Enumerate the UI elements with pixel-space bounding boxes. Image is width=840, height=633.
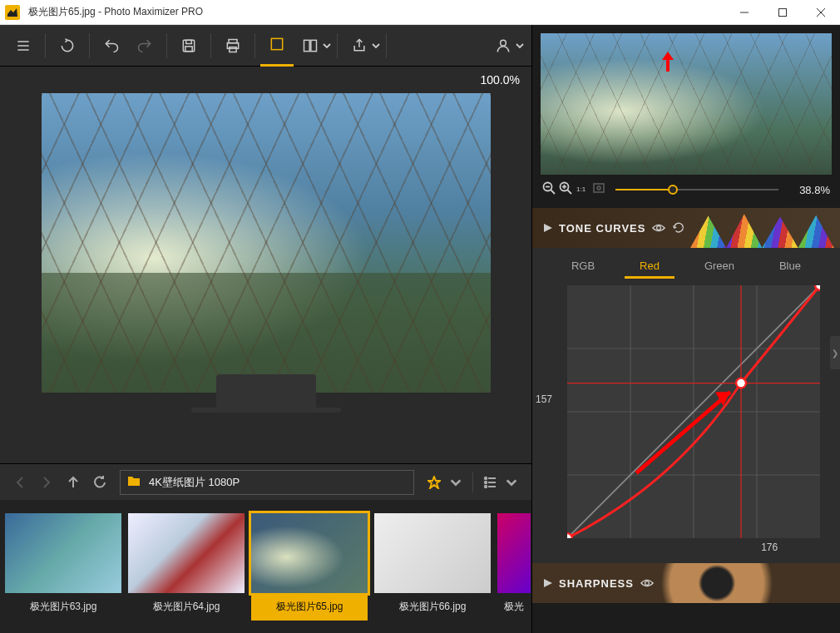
curve-y-readout: 157 bbox=[532, 393, 557, 405]
svg-point-17 bbox=[501, 40, 506, 46]
sort-dropdown[interactable] bbox=[498, 469, 525, 496]
folder-path-box[interactable]: 4K壁纸图片 1080P bbox=[120, 470, 414, 495]
panel-collapse-handle[interactable]: ❯ bbox=[830, 336, 840, 369]
svg-rect-34 bbox=[594, 184, 604, 192]
svg-rect-2 bbox=[779, 8, 787, 16]
curve-channel-blue[interactable]: Blue bbox=[779, 260, 801, 277]
reset-panel-icon[interactable] bbox=[672, 221, 685, 235]
svg-marker-19 bbox=[428, 477, 440, 488]
thumbnail[interactable]: 极光 bbox=[497, 513, 531, 621]
save-button[interactable] bbox=[172, 25, 205, 67]
thumbnail[interactable]: 极光图片66.jpg bbox=[374, 513, 491, 621]
window-titlebar: 极光图片65.jpg - Photo Maximizer PRO bbox=[0, 0, 840, 25]
single-view-button[interactable] bbox=[260, 25, 294, 67]
undo-button[interactable] bbox=[95, 25, 128, 67]
curve-x-readout: 176 bbox=[719, 542, 820, 553]
svg-marker-36 bbox=[544, 224, 552, 232]
parent-folder-button[interactable] bbox=[60, 469, 86, 496]
panel-title: SHARPNESS bbox=[559, 577, 634, 590]
collapse-icon bbox=[544, 222, 552, 235]
favorites-dropdown[interactable] bbox=[442, 469, 469, 496]
folder-label: 4K壁纸图片 1080P bbox=[149, 475, 240, 490]
sharpness-panel-header[interactable]: SHARPNESS bbox=[532, 563, 840, 603]
svg-point-49 bbox=[736, 378, 746, 388]
menu-button[interactable] bbox=[7, 25, 40, 67]
filmstrip[interactable]: 极光图片63.jpg 极光图片64.jpg 极光图片65.jpg 极光图片66.… bbox=[0, 500, 531, 633]
svg-rect-16 bbox=[311, 40, 317, 51]
window-maximize-button[interactable] bbox=[763, 0, 802, 25]
thumbnail[interactable]: 极光图片65.jpg bbox=[251, 513, 368, 621]
toggle-visibility-icon[interactable] bbox=[652, 221, 665, 235]
history-back-button[interactable] bbox=[7, 469, 33, 496]
preview-area: 100.0% bbox=[0, 67, 531, 463]
history-forward-button[interactable] bbox=[33, 469, 60, 496]
zoom-out-icon[interactable] bbox=[542, 181, 556, 198]
fit-actual-icon[interactable]: 1:1 bbox=[576, 181, 589, 198]
panel-title: TONE CURVES bbox=[559, 222, 645, 235]
thumbnail-caption: 极光图片65.jpg bbox=[251, 593, 368, 621]
svg-point-24 bbox=[485, 485, 487, 487]
account-dropdown[interactable] bbox=[515, 25, 525, 67]
thumbnail-caption: 极光图片63.jpg bbox=[5, 593, 121, 621]
svg-text:1:1: 1:1 bbox=[576, 185, 586, 193]
preview-zoom-label: 100.0% bbox=[0, 67, 531, 93]
svg-point-35 bbox=[597, 186, 600, 190]
svg-point-56 bbox=[645, 581, 650, 586]
svg-rect-14 bbox=[271, 38, 282, 49]
print-button[interactable] bbox=[216, 25, 250, 67]
revert-button[interactable] bbox=[51, 25, 84, 67]
thumbnail-caption: 极光图片64.jpg bbox=[128, 593, 245, 621]
svg-rect-9 bbox=[186, 40, 192, 43]
window-minimize-button[interactable] bbox=[725, 0, 763, 25]
folder-icon bbox=[127, 475, 141, 489]
svg-point-37 bbox=[657, 226, 661, 230]
svg-line-27 bbox=[551, 190, 555, 194]
zoom-in-icon[interactable] bbox=[559, 181, 572, 198]
thumbnail-caption: 极光 bbox=[497, 593, 531, 621]
thumbnail-caption: 极光图片66.jpg bbox=[374, 593, 491, 621]
separator bbox=[472, 472, 473, 492]
svg-point-22 bbox=[485, 481, 487, 482]
thumbnail[interactable]: 极光图片64.jpg bbox=[128, 513, 245, 621]
svg-point-20 bbox=[485, 477, 487, 478]
navigator-zoom-label: 38.8% bbox=[788, 184, 830, 196]
file-nav-bar: 4K壁纸图片 1080P bbox=[0, 463, 531, 500]
tone-curves-panel-header[interactable]: TONE CURVES bbox=[532, 208, 840, 248]
monitor-stand-graphic bbox=[216, 374, 316, 408]
curve-graph[interactable] bbox=[567, 285, 820, 538]
redo-button[interactable] bbox=[128, 25, 161, 67]
window-title: 极光图片65.jpg - Photo Maximizer PRO bbox=[25, 5, 203, 19]
share-dropdown[interactable] bbox=[371, 25, 381, 67]
refresh-button[interactable] bbox=[86, 469, 113, 496]
curve-channel-green[interactable]: Green bbox=[704, 260, 734, 277]
tone-curves-panel: RGB Red Green Blue 157 bbox=[532, 248, 840, 563]
curve-channel-rgb[interactable]: RGB bbox=[571, 260, 595, 277]
thumbnail[interactable]: 极光图片63.jpg bbox=[5, 513, 121, 621]
app-icon bbox=[0, 0, 25, 25]
navigator-preview[interactable] bbox=[541, 33, 832, 175]
fit-screen-icon[interactable] bbox=[592, 181, 605, 198]
svg-marker-55 bbox=[544, 579, 552, 587]
navigator-zoom-slider[interactable] bbox=[615, 189, 778, 190]
svg-line-30 bbox=[567, 190, 571, 194]
curve-channel-red[interactable]: Red bbox=[640, 260, 660, 277]
view-dropdown[interactable] bbox=[322, 25, 332, 67]
expand-icon bbox=[544, 577, 552, 590]
main-image-canvas[interactable] bbox=[42, 93, 491, 393]
svg-rect-13 bbox=[230, 47, 236, 52]
window-close-button[interactable] bbox=[802, 0, 840, 25]
svg-rect-10 bbox=[185, 46, 192, 51]
svg-rect-15 bbox=[304, 40, 310, 51]
navigator-zoom-controls: 1:1 38.8% bbox=[532, 175, 840, 208]
main-toolbar bbox=[0, 25, 531, 67]
toggle-visibility-icon[interactable] bbox=[640, 576, 654, 590]
